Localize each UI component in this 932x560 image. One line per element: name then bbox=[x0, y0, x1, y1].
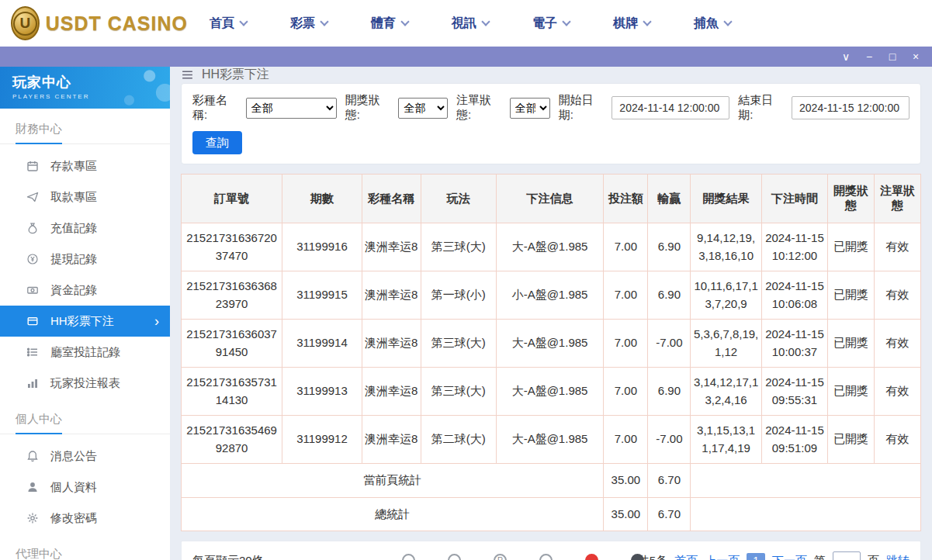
room-bet-icon bbox=[26, 346, 39, 358]
summary-label: 總統計 bbox=[182, 497, 604, 531]
draw-status-select[interactable]: 全部 bbox=[398, 98, 448, 119]
prev-page-link[interactable]: 上一页 bbox=[705, 554, 740, 560]
table-cell: 已開獎 bbox=[828, 223, 875, 271]
footer-user-icon bbox=[631, 554, 644, 560]
sidebar-item-label: 修改密碼 bbox=[50, 511, 97, 526]
sidebar-item[interactable]: 個人資料 bbox=[0, 472, 170, 503]
content-row: 玩家中心 PLAYERS CENTER 財務中心存款專區取款專區充值記錄提現記錄… bbox=[0, 67, 932, 560]
nav-item-label: 電子 bbox=[532, 16, 557, 32]
lottery-select[interactable]: 全部 bbox=[246, 98, 337, 119]
table-cell: 小-A盤@1.985 bbox=[496, 271, 604, 320]
chevron-right-icon: › bbox=[154, 314, 159, 328]
col-header-2: 期數 bbox=[282, 175, 362, 223]
table-cell: 大-A盤@1.985 bbox=[496, 223, 604, 271]
nav-item-7[interactable]: 捕魚 bbox=[672, 16, 753, 32]
sidebar-item[interactable]: 資金記錄 bbox=[0, 275, 170, 306]
table-cell: 2024-11-15 09:51:09 bbox=[761, 416, 828, 464]
logo[interactable]: U USDT CASINO bbox=[11, 6, 188, 40]
table-body: 215217316367203747031199916澳洲幸运8第三球(大)大-… bbox=[182, 223, 921, 531]
sidebar-item[interactable]: HH彩票下注› bbox=[0, 306, 170, 337]
table-cell: 7.00 bbox=[604, 416, 648, 464]
sidebar-item[interactable]: 提現記錄 bbox=[0, 244, 170, 275]
col-header-4: 玩法 bbox=[421, 175, 496, 223]
nav-item-label: 彩票 bbox=[290, 16, 315, 32]
jump-link[interactable]: 跳转 bbox=[886, 554, 909, 560]
end-date-input[interactable] bbox=[792, 96, 909, 119]
nav-item-4[interactable]: 視訊 bbox=[430, 16, 511, 32]
col-header-5: 下注信息 bbox=[496, 175, 604, 223]
jump-page-input[interactable] bbox=[833, 551, 861, 560]
table-cell: 已開獎 bbox=[828, 368, 875, 416]
chevron-down-icon bbox=[400, 17, 409, 26]
menu-icon[interactable] bbox=[181, 68, 194, 81]
sidebar-menu: 財務中心存款專區取款專區充值記錄提現記錄資金記錄HH彩票下注›廳室投註記錄玩家投… bbox=[0, 109, 170, 560]
cashout-icon bbox=[26, 253, 39, 265]
logo-badge-icon: U bbox=[11, 6, 40, 40]
query-button[interactable]: 查詢 bbox=[192, 131, 242, 154]
table-cell: 9,14,12,19,3,18,16,10 bbox=[691, 223, 761, 271]
current-page[interactable]: 1 bbox=[747, 553, 765, 560]
nav-item-1[interactable]: 首頁 bbox=[188, 16, 269, 32]
start-date-input[interactable] bbox=[612, 96, 729, 119]
sidebar-section-label-3: 代理中心 bbox=[0, 534, 170, 560]
bet-status-select[interactable]: 全部 bbox=[510, 98, 550, 119]
table-row: 215217316363682397031199915澳洲幸运8第一球(小)小-… bbox=[182, 271, 921, 320]
first-page-link[interactable]: 首页 bbox=[674, 554, 698, 560]
sidebar-item-label: 資金記錄 bbox=[50, 283, 97, 298]
sidebar-item[interactable]: 玩家投注報表 bbox=[0, 368, 170, 399]
sidebar-item-label: HH彩票下注 bbox=[50, 314, 114, 329]
table-cell: 有效 bbox=[875, 416, 921, 464]
table-cell: 第二球(大) bbox=[421, 416, 496, 464]
sidebar-item-label: 玩家投注報表 bbox=[50, 376, 120, 391]
sidebar-item-label: 取款專區 bbox=[50, 190, 97, 205]
table-cell: 第一球(小) bbox=[421, 271, 496, 320]
sidebar-item[interactable]: 充值記錄 bbox=[0, 213, 170, 244]
nav-item-6[interactable]: 棋牌 bbox=[591, 16, 672, 32]
logo-letter: U bbox=[13, 12, 37, 36]
table-cell: 2152173163573114130 bbox=[182, 368, 282, 416]
close-button[interactable]: × bbox=[904, 47, 927, 67]
table-cell: 已開獎 bbox=[828, 320, 875, 368]
table-cell: 澳洲幸运8 bbox=[362, 368, 421, 416]
recharge-icon bbox=[26, 222, 39, 234]
summary-winloss-total: 6.70 bbox=[648, 497, 691, 531]
sidebar-item[interactable]: 修改密碼 bbox=[0, 503, 170, 534]
minimize-button[interactable]: − bbox=[858, 47, 881, 67]
col-header-9: 下注時間 bbox=[761, 175, 828, 223]
table-cell: 2024-11-15 10:06:08 bbox=[761, 271, 828, 320]
col-header-3: 彩種名稱 bbox=[362, 175, 421, 223]
table-cell: 6.90 bbox=[648, 271, 691, 320]
next-page-link[interactable]: 下一页 bbox=[772, 554, 807, 560]
table-cell: 澳洲幸运8 bbox=[362, 320, 421, 368]
chevron-down-icon bbox=[723, 17, 732, 26]
nav-item-3[interactable]: 體育 bbox=[349, 16, 430, 32]
sidebar-item[interactable]: 存款專區 bbox=[0, 150, 170, 181]
maximize-button[interactable]: □ bbox=[881, 47, 904, 67]
table-cell: 5,3,6,7,8,19,1,12 bbox=[691, 320, 761, 368]
sidebar-item[interactable]: 取款專區 bbox=[0, 181, 170, 213]
nav-item-2[interactable]: 彩票 bbox=[269, 16, 349, 32]
table-cell: 大-A盤@1.985 bbox=[496, 320, 604, 368]
jump-prefix: 第 bbox=[814, 554, 826, 560]
table-cell: 澳洲幸运8 bbox=[362, 223, 421, 271]
chevron-down-button[interactable]: ∨ bbox=[834, 47, 858, 67]
sidebar-item-label: 廳室投註記錄 bbox=[50, 345, 120, 360]
table-cell: 大-A盤@1.985 bbox=[496, 416, 604, 464]
nav-item-5[interactable]: 電子 bbox=[511, 16, 591, 32]
password-icon bbox=[26, 512, 39, 524]
window-titlebar: ∨−□× bbox=[0, 47, 932, 67]
window-controls: ∨−□× bbox=[834, 47, 927, 67]
summary-row: 當前頁統計35.006.70 bbox=[182, 464, 921, 498]
table-cell: 2152173163546992870 bbox=[182, 416, 282, 464]
sidebar-item[interactable]: 廳室投註記錄 bbox=[0, 337, 170, 368]
sidebar-item-label: 個人資料 bbox=[50, 480, 97, 495]
chevron-down-icon bbox=[320, 17, 328, 26]
main-panel: HH彩票下注 彩種名稱: 全部 開獎狀態: 全部 注單狀態: 全部 開始日期: … bbox=[170, 67, 932, 560]
sidebar-item[interactable]: 消息公告 bbox=[0, 441, 170, 472]
sidebar-title: 玩家中心 bbox=[12, 73, 158, 92]
table-cell: 有效 bbox=[875, 271, 921, 320]
table-cell: 7.00 bbox=[604, 368, 648, 416]
table-cell: 2152173163603791450 bbox=[182, 320, 282, 368]
chevron-down-icon bbox=[239, 17, 248, 26]
footer-circle-icon bbox=[402, 554, 415, 560]
